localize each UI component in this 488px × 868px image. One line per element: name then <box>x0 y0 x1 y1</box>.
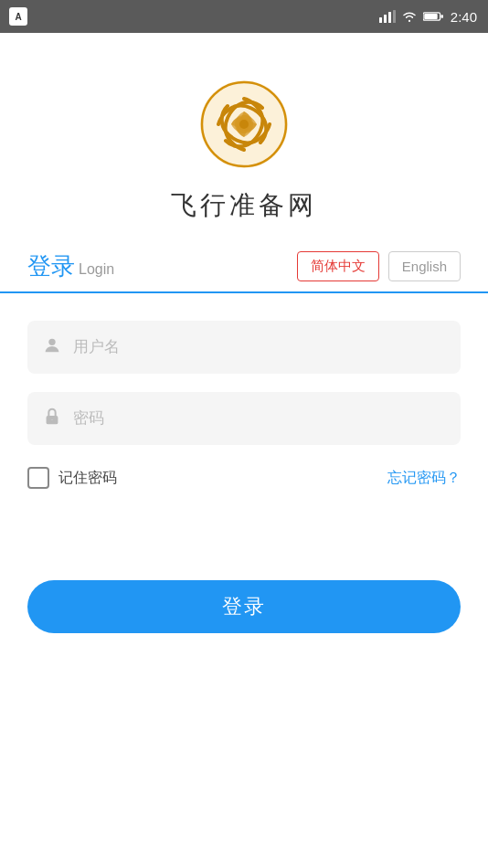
svg-point-9 <box>239 120 249 129</box>
battery-icon <box>423 11 443 22</box>
app-logo <box>198 79 290 170</box>
login-header: 登录 Login 简体中文 English <box>0 250 488 293</box>
login-btn-container: 登录 <box>0 580 488 633</box>
lang-buttons: 简体中文 English <box>297 251 461 281</box>
remember-label: 记住密码 <box>58 469 117 488</box>
app-icon: A <box>9 7 27 26</box>
svg-point-12 <box>51 418 54 421</box>
status-bar-right: 2:40 <box>379 9 477 25</box>
remember-container: 记住密码 <box>27 467 117 489</box>
password-field-group <box>27 392 461 445</box>
options-row: 记住密码 忘记密码？ <box>0 467 488 489</box>
login-title-en: Login <box>79 261 114 278</box>
username-field-group <box>27 321 461 374</box>
forgot-password-link[interactable]: 忘记密码？ <box>387 469 461 488</box>
login-title: 登录 Login <box>27 250 114 282</box>
svg-rect-5 <box>424 14 437 19</box>
lock-icon <box>42 407 62 431</box>
username-input[interactable] <box>73 338 446 356</box>
user-icon <box>42 335 62 360</box>
signal-icon <box>379 10 396 23</box>
status-bar-left: A <box>9 7 27 26</box>
svg-rect-3 <box>393 10 396 23</box>
lang-en-button[interactable]: English <box>388 251 461 281</box>
svg-rect-6 <box>440 15 443 17</box>
status-time: 2:40 <box>451 9 477 25</box>
svg-rect-2 <box>388 12 391 23</box>
app-title: 飞行准备网 <box>171 188 317 223</box>
svg-rect-1 <box>384 15 387 23</box>
wifi-icon <box>401 10 418 23</box>
password-input[interactable] <box>73 409 446 428</box>
svg-point-10 <box>48 338 55 344</box>
form-area <box>0 321 488 463</box>
svg-rect-0 <box>379 17 382 23</box>
logo-area: 飞行准备网 <box>171 79 317 223</box>
status-bar: A 2:40 <box>0 0 488 33</box>
remember-checkbox[interactable] <box>27 467 49 489</box>
main-content: 飞行准备网 登录 Login 简体中文 English <box>0 33 488 868</box>
lang-cn-button[interactable]: 简体中文 <box>297 251 379 281</box>
login-button[interactable]: 登录 <box>27 580 461 633</box>
login-title-cn: 登录 <box>27 250 75 282</box>
